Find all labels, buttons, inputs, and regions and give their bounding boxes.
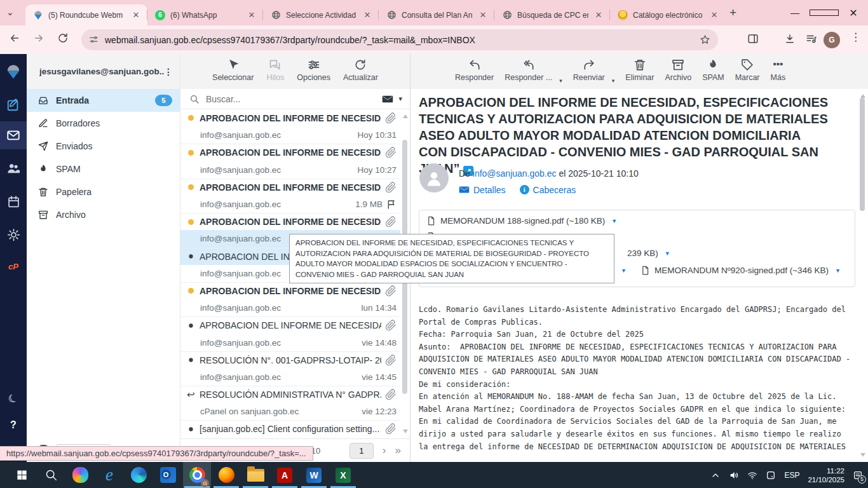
attachment-menu-caret-icon[interactable]: ▼ <box>665 250 670 257</box>
forward-caret-icon[interactable]: ▾ <box>612 78 615 84</box>
close-button[interactable]: ✕ <box>839 7 868 19</box>
tab-close-icon[interactable]: ✕ <box>709 10 719 20</box>
calendar-nav-icon[interactable] <box>0 187 27 215</box>
folder-item-entrada[interactable]: Entrada 5 <box>27 89 180 112</box>
tab-close-icon[interactable]: ✕ <box>362 10 372 20</box>
dark-mode-moon-icon[interactable]: ☾ <box>0 384 27 412</box>
folder-item-papelera[interactable]: Papelera <box>27 180 180 203</box>
back-icon[interactable] <box>9 32 20 44</box>
attachment-menu-caret-icon[interactable]: ▼ <box>611 218 617 224</box>
scroll-up-icon[interactable] <box>403 114 408 118</box>
taskbar-search-icon[interactable] <box>37 462 65 488</box>
message-row-meta[interactable]: info@sanjuan.gob.ec vie 14:48 <box>180 334 400 351</box>
outlook-icon[interactable] <box>154 462 182 488</box>
device-tray-icon[interactable] <box>766 470 776 480</box>
message-row-subject[interactable]: RESOLUCIÓN N°. 001-GADPRSJ-LOTAIP- 20... <box>180 351 400 369</box>
folder-item-spam[interactable]: SPAM <box>27 158 180 180</box>
restore-button[interactable] <box>810 8 839 18</box>
spam-button[interactable]: SPAM <box>702 58 724 89</box>
attachment-menu-caret-icon[interactable]: ▼ <box>835 268 841 274</box>
message-row-meta[interactable]: info@sanjuan.gob.ec lun 14:34 <box>180 299 400 316</box>
search-scope-envelope-icon[interactable] <box>382 93 393 105</box>
headers-link[interactable]: i Cabeceras <box>520 185 576 195</box>
new-tab-button[interactable]: + <box>729 6 736 20</box>
message-row-meta[interactable]: info@sanjuan.gob.ec Hoy 10:31 <box>180 126 400 144</box>
contacts-nav-icon[interactable] <box>0 154 27 182</box>
next-page-button[interactable]: › <box>383 444 386 457</box>
tab-busqueda-cpc[interactable]: Búsqueda de CPC en ✕ <box>494 4 610 25</box>
internet-explorer-icon[interactable]: e <box>95 462 123 488</box>
site-settings-icon[interactable] <box>89 35 98 44</box>
settings-gear-icon[interactable] <box>0 220 27 248</box>
tab-seleccione-actividad[interactable]: Seleccione Actividad ✕ <box>263 4 379 25</box>
refresh-button[interactable]: Actualizar <box>343 58 378 89</box>
tab-close-icon[interactable]: ✕ <box>593 10 604 20</box>
message-row-subject[interactable]: [sanjuan.gob.ec] Client configuration se… <box>180 420 400 437</box>
select-button[interactable]: Seleccionar <box>212 58 254 89</box>
details-link[interactable]: Detalles <box>459 184 506 195</box>
tab-close-icon[interactable]: ✕ <box>247 10 257 20</box>
attachment-item[interactable]: MEMORANDUM Nº920-signed.pdf (~346 KB) ▼ <box>641 266 841 275</box>
reply-button[interactable]: Responder <box>455 58 494 89</box>
tab-catalogo-electronico[interactable]: Catálogo electrónico ✕ <box>610 4 726 25</box>
more-button[interactable]: •••Más <box>771 58 786 89</box>
volume-icon[interactable] <box>729 470 739 480</box>
word-icon[interactable]: W <box>300 462 328 488</box>
options-button[interactable]: Opciones <box>297 58 330 89</box>
mail-nav-icon[interactable] <box>0 121 27 149</box>
bookmark-star-icon[interactable] <box>700 34 710 45</box>
attachment-menu-caret-icon[interactable]: ▼ <box>621 268 627 274</box>
message-row-subject[interactable]: APROBACION DEL INFORME DE NECESIDA... <box>180 316 400 334</box>
compose-icon[interactable] <box>0 91 27 119</box>
message-row-subject[interactable]: APROBACION DEL INFORME DE NECESIDA... <box>180 282 400 299</box>
start-button[interactable] <box>8 462 36 488</box>
help-icon[interactable]: ? <box>0 411 27 439</box>
excel-icon[interactable]: X <box>329 462 357 488</box>
message-row-meta[interactable]: info@sanjuan.gob.ec Hoy 10:27 <box>180 161 400 179</box>
account-header[interactable]: jesusgavilanes@sanjuan.gob.... ⋮ <box>27 54 180 89</box>
action-center-icon[interactable]: 5 <box>853 470 863 481</box>
mark-button[interactable]: Marcar <box>735 58 760 89</box>
search-input[interactable] <box>205 93 377 105</box>
page-number-box[interactable]: 1 <box>349 443 374 459</box>
reply-all-caret-icon[interactable]: ▾ <box>559 78 562 84</box>
last-page-button[interactable]: » <box>395 444 401 457</box>
message-row-subject[interactable]: APROBACION DEL INFORME DE NECESIDA... <box>180 179 400 196</box>
playlist-icon[interactable] <box>806 33 817 44</box>
forward-icon[interactable] <box>33 32 44 44</box>
downloads-icon[interactable] <box>784 33 796 44</box>
chrome-icon[interactable]: G <box>183 462 211 488</box>
search-options-chevron-icon[interactable]: ▾ <box>398 95 402 103</box>
acrobat-icon[interactable]: A <box>271 462 299 488</box>
message-row-meta[interactable]: cPanel on sanjuan.gob.ec vie 12:23 <box>180 403 400 420</box>
tab-consulta-plan[interactable]: Consulta del Plan Anu ✕ <box>379 4 494 25</box>
profile-avatar[interactable]: G <box>824 32 840 48</box>
minimize-button[interactable]: — <box>780 8 810 18</box>
message-row-subject[interactable]: APROBACION DEL INFORME DE NECESIDA... <box>180 213 400 230</box>
delete-button[interactable]: Eliminar <box>625 58 654 89</box>
copilot-icon[interactable] <box>66 462 94 488</box>
keyboard-language[interactable]: ESP <box>784 471 799 480</box>
browser-menu-icon[interactable]: ⋮ <box>850 30 861 44</box>
tab-close-icon[interactable]: ✕ <box>131 10 141 20</box>
side-panel-icon[interactable] <box>747 33 759 44</box>
scrollbar-thumb[interactable] <box>860 98 865 211</box>
tray-chevron-up-icon[interactable] <box>710 470 721 480</box>
tab-search-chevron-icon[interactable]: ⌄ <box>6 7 14 17</box>
folder-item-borradores[interactable]: Borradores <box>27 112 180 135</box>
address-bar[interactable]: webmail.sanjuan.gob.ec/cpsess9740179367/… <box>81 29 718 50</box>
reply-all-button[interactable]: Responder ... <box>505 58 552 89</box>
folder-item-enviados[interactable]: Enviados <box>27 135 180 158</box>
cpanel-icon[interactable]: cP <box>0 252 27 280</box>
reader-scrollbar[interactable] <box>859 89 867 462</box>
message-row-subject[interactable]: APROBACION DEL INFORME DE NECESIDA... <box>180 109 400 126</box>
firefox-icon[interactable] <box>212 462 240 488</box>
archive-button[interactable]: Archivo <box>665 58 691 89</box>
message-row-subject[interactable]: ↩ RESOLUCIÓN ADMINISTRATIVA N° GADPR... <box>180 386 400 403</box>
wifi-icon[interactable] <box>747 470 757 480</box>
tab-whatsapp[interactable]: 6 (6) WhatsApp ✕ <box>147 4 263 25</box>
message-row-subject[interactable]: APROBACION DEL INFORME DE NECESIDA... <box>180 144 400 161</box>
scroll-down-icon[interactable] <box>860 453 865 457</box>
account-menu-icon[interactable]: ⋮ <box>164 67 173 77</box>
reload-icon[interactable] <box>57 32 69 44</box>
